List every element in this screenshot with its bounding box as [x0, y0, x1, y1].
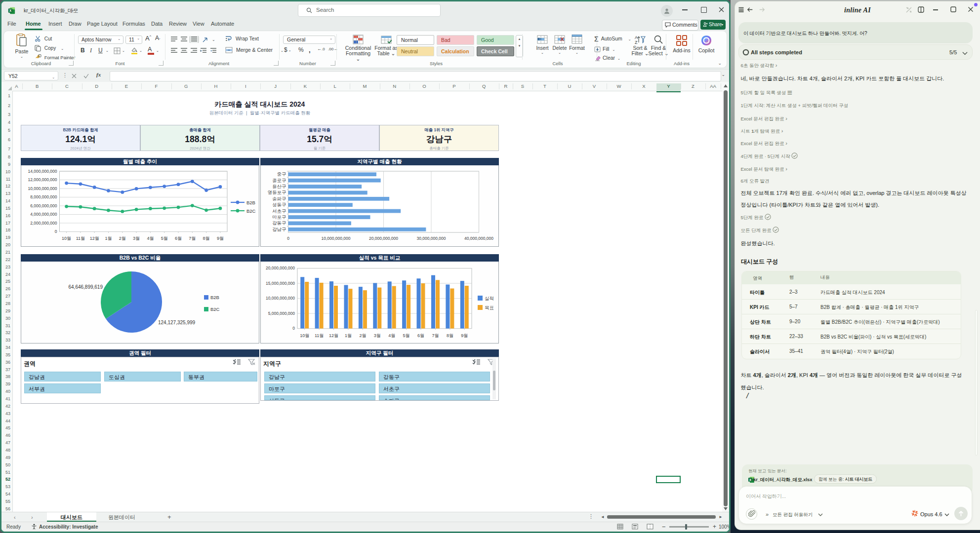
svg-text:12월: 12월 [329, 333, 338, 338]
svg-text:10월: 10월 [62, 236, 71, 241]
svg-text:10,000,000,000: 10,000,000,000 [28, 186, 57, 191]
svg-text:3월: 3월 [374, 333, 381, 338]
svg-text:11월: 11월 [315, 333, 324, 338]
svg-text:11월: 11월 [76, 236, 85, 241]
svg-text:0: 0 [292, 326, 295, 331]
svg-text:영등포구: 영등포구 [268, 190, 286, 195]
svg-text:3월: 3월 [133, 236, 140, 241]
svg-text:8,000,000,000: 8,000,000,000 [30, 194, 57, 199]
svg-text:중구: 중구 [277, 171, 286, 177]
svg-text:강남구: 강남구 [272, 227, 286, 232]
svg-text:8월: 8월 [447, 333, 453, 338]
svg-text:B2B: B2B [210, 295, 219, 300]
svg-text:마포구: 마포구 [272, 214, 286, 220]
svg-text:B2B: B2B [246, 200, 255, 205]
svg-text:9월: 9월 [461, 333, 468, 338]
svg-text:2월: 2월 [359, 333, 366, 338]
svg-text:X: X [9, 9, 12, 12]
svg-text:용산구: 용산구 [272, 184, 286, 189]
svg-text:4월: 4월 [388, 333, 395, 338]
svg-text:0: 0 [287, 236, 289, 241]
svg-text:10,000,000,000: 10,000,000,000 [266, 296, 295, 301]
svg-text:⌄: ⌄ [212, 38, 215, 42]
svg-text:10월: 10월 [300, 333, 309, 338]
svg-text:서초구: 서초구 [272, 208, 286, 214]
svg-text:10,000,000,000: 10,000,000,000 [321, 236, 350, 241]
svg-text:64,646,899,619: 64,646,899,619 [68, 284, 103, 290]
svg-text:6월: 6월 [175, 236, 182, 241]
svg-text:14,000,000,000: 14,000,000,000 [28, 169, 57, 174]
svg-text:실적: 실적 [485, 296, 494, 301]
svg-text:8월: 8월 [203, 236, 210, 241]
svg-text:7월: 7월 [432, 333, 439, 338]
svg-text:0: 0 [55, 229, 57, 234]
svg-text:B2C: B2C [246, 208, 256, 214]
svg-text:30,000,000,000: 30,000,000,000 [416, 236, 446, 241]
svg-text:6월: 6월 [417, 333, 424, 338]
svg-text:12,000,000,000: 12,000,000,000 [28, 177, 57, 182]
svg-text:강동구: 강동구 [272, 220, 286, 226]
svg-text:X: X [749, 478, 752, 482]
svg-text:4,000,000,000: 4,000,000,000 [30, 212, 57, 217]
svg-text:6,000,000,000: 6,000,000,000 [30, 203, 57, 208]
svg-text:목표: 목표 [485, 305, 494, 310]
svg-text:5,000,000,000: 5,000,000,000 [268, 311, 295, 316]
svg-text:4월: 4월 [147, 236, 154, 241]
svg-text:B2C: B2C [210, 306, 220, 312]
svg-text:성동구: 성동구 [272, 202, 286, 207]
svg-text:Z: Z [635, 40, 638, 44]
svg-text:2,000,000,000: 2,000,000,000 [30, 221, 57, 226]
svg-text:1월: 1월 [345, 333, 352, 338]
svg-text:A: A [635, 35, 638, 40]
svg-text:20,000,000,000: 20,000,000,000 [369, 236, 398, 241]
svg-text:9월: 9월 [217, 236, 224, 241]
svg-text:5월: 5월 [161, 236, 168, 241]
svg-text:124,127,325,999: 124,127,325,999 [158, 320, 196, 325]
svg-text:15,000,000,000: 15,000,000,000 [266, 281, 295, 286]
svg-text:12월: 12월 [90, 236, 99, 241]
svg-text:종로구: 종로구 [272, 178, 286, 183]
svg-text:20,000,000,000: 20,000,000,000 [266, 266, 295, 270]
svg-text:송파구: 송파구 [272, 196, 286, 201]
svg-text:2월: 2월 [119, 236, 126, 241]
svg-text:5월: 5월 [403, 333, 410, 338]
svg-text:40,000,000,000: 40,000,000,000 [464, 236, 493, 241]
svg-text:1월: 1월 [105, 236, 112, 241]
svg-text:7월: 7월 [189, 236, 196, 241]
